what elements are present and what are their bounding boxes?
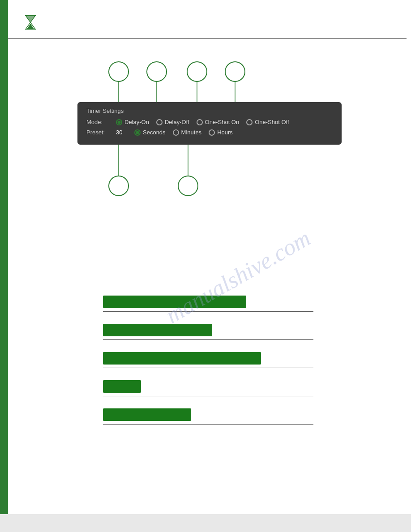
mode-one-shot-off-label: One-Shot Off [255, 119, 289, 125]
left-sidebar [0, 0, 8, 532]
unit-minutes-radio[interactable] [173, 129, 179, 136]
timer-settings-title: Timer Settings [86, 107, 333, 114]
bar-row-4 [103, 380, 313, 393]
unit-seconds-label: Seconds [143, 129, 166, 136]
bar-3 [103, 352, 261, 365]
svg-point-10 [109, 176, 128, 196]
bar-1 [103, 296, 246, 308]
timer-settings-panel: Timer Settings Mode: Delay-On Delay-Off … [77, 102, 342, 145]
header [8, 13, 411, 31]
mode-one-shot-on[interactable]: One-Shot On [197, 119, 240, 125]
preset-row: Preset: 30 Seconds Minutes Hours [86, 129, 333, 136]
bar-3-line [103, 368, 313, 368]
diagram-container: Timer Settings Mode: Delay-On Delay-Off … [69, 49, 356, 239]
mode-delay-on-label: Delay-On [124, 119, 149, 125]
mode-delay-on[interactable]: Delay-On [116, 119, 149, 125]
mode-label: Mode: [86, 119, 109, 125]
header-divider [8, 38, 407, 39]
mode-one-shot-off[interactable]: One-Shot Off [246, 119, 289, 125]
unit-hours-label: Hours [217, 129, 233, 136]
svg-point-5 [225, 62, 245, 82]
mode-delay-on-radio[interactable] [116, 119, 122, 125]
preset-label: Preset: [86, 129, 109, 136]
bar-row-2 [103, 324, 313, 336]
bar-row-5 [103, 408, 313, 421]
bar-1-line [103, 311, 313, 312]
unit-seconds[interactable]: Seconds [134, 129, 166, 136]
bar-row-3 [103, 352, 313, 365]
bar-2-line [103, 339, 313, 340]
mode-one-shot-on-label: One-Shot On [205, 119, 240, 125]
mode-delay-off[interactable]: Delay-Off [156, 119, 189, 125]
bar-2 [103, 324, 212, 336]
svg-point-4 [187, 62, 207, 82]
hourglass-icon [21, 13, 39, 31]
unit-minutes-label: Minutes [181, 129, 202, 136]
mode-delay-off-label: Delay-Off [165, 119, 189, 125]
svg-point-3 [147, 62, 167, 82]
preset-value[interactable]: 30 [116, 129, 127, 136]
unit-hours-radio[interactable] [209, 129, 215, 136]
unit-minutes[interactable]: Minutes [173, 129, 202, 136]
svg-point-11 [178, 176, 198, 196]
mode-delay-off-radio[interactable] [156, 119, 163, 125]
footer [0, 514, 411, 532]
svg-point-2 [109, 62, 128, 82]
mode-one-shot-off-radio[interactable] [246, 119, 253, 125]
bar-5 [103, 408, 191, 421]
mode-one-shot-on-radio[interactable] [197, 119, 203, 125]
unit-hours[interactable]: Hours [209, 129, 233, 136]
bar-row-1 [103, 296, 313, 308]
mode-row: Mode: Delay-On Delay-Off One-Shot On One… [86, 119, 333, 125]
bar-chart [103, 296, 313, 421]
bar-4-line [103, 396, 313, 396]
bar-4 [103, 380, 141, 393]
bar-5-line [103, 424, 313, 425]
unit-seconds-radio[interactable] [134, 129, 141, 136]
